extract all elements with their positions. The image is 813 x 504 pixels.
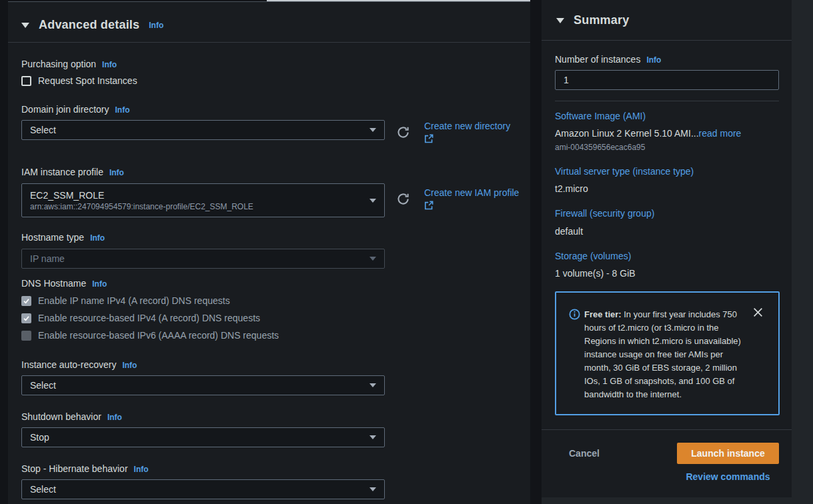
- summary-header[interactable]: Summary: [556, 13, 629, 27]
- hibernate-behavior-select[interactable]: Select: [21, 479, 385, 499]
- select-value: Stop: [30, 432, 361, 443]
- purchasing-option-info-link[interactable]: Info: [102, 60, 117, 69]
- advanced-details-info-link[interactable]: Info: [149, 21, 163, 30]
- dns-hostname-label: DNS Hostname Info: [21, 278, 107, 289]
- hibernate-behavior-label: Stop - Hibernate behavior Info: [21, 463, 149, 474]
- close-icon[interactable]: [752, 307, 764, 318]
- collapse-triangle-icon: [21, 23, 29, 28]
- dns-option-row: Enable IP name IPv4 (A record) DNS reque…: [21, 295, 230, 306]
- bottom-right-gutter: [542, 497, 792, 504]
- header-divider: [542, 40, 792, 41]
- iam-profile-info-link[interactable]: Info: [109, 168, 124, 177]
- resource-ipv4-checkbox: [21, 313, 31, 323]
- storage-link[interactable]: Storage (volumes): [555, 251, 631, 261]
- create-new-iam-profile-link[interactable]: Create new IAM profile: [424, 187, 519, 213]
- ami-name: Amazon Linux 2 Kernel 5.10 AMI...read mo…: [555, 128, 741, 139]
- checkbox-label: Enable IP name IPv4 (A record) DNS reque…: [38, 295, 230, 306]
- create-new-directory-link[interactable]: Create new directory: [424, 121, 510, 146]
- firewall-link[interactable]: Firewall (security group): [555, 208, 654, 219]
- section-title: Advanced details: [39, 18, 139, 32]
- select-value: Select: [30, 380, 361, 391]
- footer-divider: [542, 429, 792, 430]
- instance-type-link[interactable]: Virtual server type (instance type): [555, 166, 694, 177]
- collapse-triangle-icon: [556, 18, 564, 23]
- hostname-type-label: Hostname type Info: [21, 232, 105, 243]
- software-image-link[interactable]: Software Image (AMI): [555, 111, 646, 121]
- chevron-down-icon: [369, 435, 376, 439]
- dns-hostname-info-link[interactable]: Info: [92, 279, 107, 289]
- free-tier-info-box: Free tier: In your first year includes 7…: [555, 291, 780, 415]
- launch-instance-page: Advanced details Info Purchasing option …: [0, 0, 813, 504]
- shutdown-behavior-select[interactable]: Stop: [21, 427, 385, 447]
- advanced-details-panel: Advanced details Info Purchasing option …: [8, 1, 530, 504]
- domain-join-actions: Create new directory: [397, 121, 510, 146]
- chevron-down-icon: [369, 487, 376, 491]
- ami-id: ami-004359656ecac6a95: [555, 143, 645, 152]
- domain-join-directory-label: Domain join directory Info: [21, 104, 130, 115]
- chevron-down-icon: [369, 383, 376, 387]
- review-commands-link[interactable]: Review commands: [677, 471, 779, 482]
- firewall-value: default: [555, 226, 583, 237]
- refresh-iam-profiles-button[interactable]: [397, 193, 410, 205]
- external-link-icon: [424, 201, 519, 213]
- iam-instance-profile-label: IAM instance profile Info: [21, 167, 124, 177]
- select-value: Select: [30, 484, 361, 495]
- domain-join-info-link[interactable]: Info: [115, 105, 130, 115]
- summary-divider: [555, 101, 779, 101]
- info-circle-icon: [569, 309, 580, 320]
- instance-type-value: t2.micro: [555, 183, 588, 194]
- chevron-down-icon: [369, 257, 376, 261]
- instances-info-link[interactable]: Info: [646, 55, 661, 65]
- section-title: Summary: [574, 13, 629, 27]
- launch-instance-button[interactable]: Launch instance: [677, 443, 779, 464]
- domain-join-directory-select[interactable]: Select: [21, 120, 385, 140]
- iam-instance-profile-select[interactable]: EC2_SSM_ROLE arn:aws:iam::247094954579:i…: [21, 183, 385, 217]
- storage-value: 1 volume(s) - 8 GiB: [555, 268, 636, 279]
- ipname-ipv4-checkbox: [21, 296, 31, 306]
- select-value: IP name: [30, 253, 361, 264]
- summary-panel: Summary Number of instances Info Softwar…: [542, 0, 792, 497]
- iam-profile-arn: arn:aws:iam::247094954579:instance-profi…: [30, 202, 361, 211]
- read-more-link[interactable]: read more: [699, 128, 742, 139]
- request-spot-instances-checkbox[interactable]: [21, 76, 31, 86]
- chevron-down-icon: [369, 199, 376, 203]
- refresh-directories-button[interactable]: [397, 126, 410, 139]
- hostname-type-info-link[interactable]: Info: [90, 233, 105, 243]
- advanced-details-header[interactable]: Advanced details Info: [21, 18, 163, 32]
- number-of-instances-label: Number of instances Info: [555, 54, 661, 65]
- select-value: Select: [30, 125, 361, 135]
- instance-auto-recovery-select[interactable]: Select: [21, 375, 385, 395]
- dns-option-row: Enable resource-based IPv4 (A record) DN…: [21, 313, 260, 323]
- checkbox-label: Request Spot Instances: [38, 75, 137, 86]
- shutdown-behavior-label: Shutdown behavior Info: [21, 411, 122, 422]
- hibernate-behavior-info-link[interactable]: Info: [134, 465, 149, 474]
- spot-instances-row: Request Spot Instances: [21, 75, 137, 86]
- checkbox-label: Enable resource-based IPv4 (A record) DN…: [38, 313, 260, 323]
- free-tier-text: Free tier: In your first year includes 7…: [584, 308, 744, 401]
- right-gutter: [792, 0, 813, 504]
- purchasing-option-label: Purchasing option Info: [21, 59, 117, 69]
- number-of-instances-input[interactable]: [555, 70, 779, 90]
- instance-auto-recovery-label: Instance auto-recovery Info: [21, 359, 137, 370]
- cancel-button[interactable]: Cancel: [569, 448, 600, 459]
- iam-profile-actions: Create new IAM profile: [397, 187, 519, 213]
- select-value: EC2_SSM_ROLE: [30, 190, 361, 201]
- resource-ipv6-checkbox: [21, 331, 31, 341]
- hostname-type-select: IP name: [21, 249, 385, 269]
- chevron-down-icon: [369, 128, 376, 132]
- auto-recovery-info-link[interactable]: Info: [122, 361, 137, 370]
- header-divider: [8, 42, 530, 43]
- external-link-icon: [424, 134, 510, 146]
- shutdown-behavior-info-link[interactable]: Info: [107, 413, 122, 422]
- dns-option-row: Enable resource-based IPv6 (AAAA record)…: [21, 330, 279, 341]
- checkbox-label: Enable resource-based IPv6 (AAAA record)…: [38, 330, 279, 341]
